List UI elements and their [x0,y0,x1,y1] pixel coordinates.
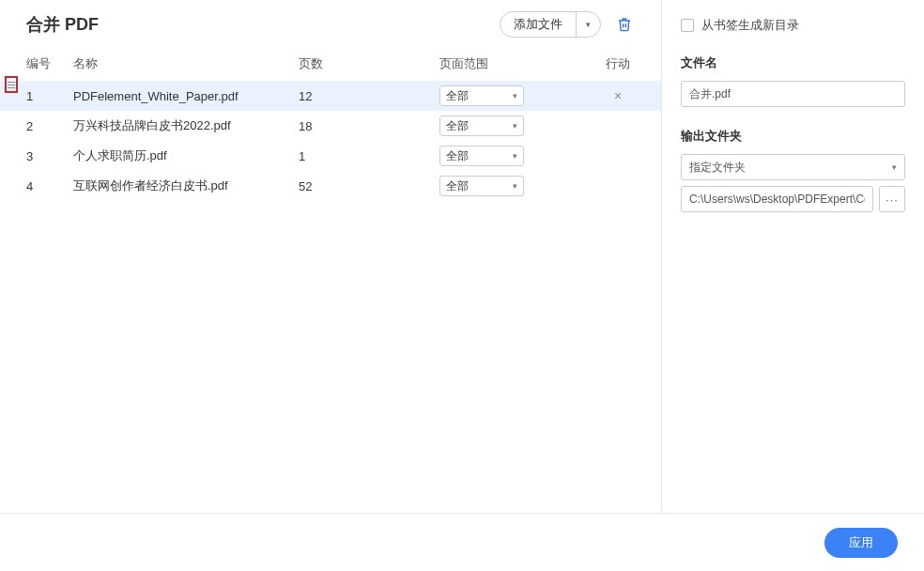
remove-row-button[interactable]: × [580,88,655,103]
table-row[interactable]: 3个人求职简历.pdf1全部▾ [0,141,661,171]
clear-all-button[interactable] [614,14,635,35]
col-name: 名称 [73,55,299,72]
output-path-input[interactable] [681,186,873,212]
row-number: 2 [26,119,73,133]
row-pages: 12 [299,89,439,103]
chevron-down-icon: ▾ [513,181,517,191]
output-folder-section-label: 输出文件夹 [681,128,905,145]
drag-handle-bar [8,87,15,88]
checkbox-icon [681,19,694,32]
page-range-value: 全部 [446,118,469,134]
page-range-value: 全部 [446,148,469,164]
page-range-select[interactable]: 全部▾ [439,146,524,166]
chevron-down-icon: ▾ [513,91,517,100]
col-number: 编号 [26,55,73,72]
drag-handle-bar [8,85,15,85]
output-mode-value: 指定文件夹 [689,160,746,176]
col-pages: 页数 [299,55,439,72]
col-range: 页面范围 [439,55,580,72]
row-filename: PDFelement_White_Paper.pdf [73,89,299,103]
filename-input[interactable] [681,81,905,107]
row-filename: 互联网创作者经济白皮书.pdf [73,177,299,194]
file-list-panel: 合并 PDF 添加文件 ▾ 编号 名称 页数 页面范围 行动 [0,0,661,513]
filename-section-label: 文件名 [681,54,905,71]
add-file-split-button[interactable]: 添加文件 ▾ [500,11,601,38]
row-number: 3 [26,149,73,163]
table-row[interactable]: 1PDFelement_White_Paper.pdf12全部▾× [0,81,661,111]
row-pages: 1 [299,149,439,163]
page-range-value: 全部 [446,88,469,104]
output-mode-select[interactable]: 指定文件夹 ▾ [681,154,905,180]
close-icon: × [614,88,622,103]
row-number: 4 [26,179,73,193]
row-filename: 个人求职简历.pdf [73,147,299,164]
row-pages: 52 [299,179,439,193]
add-file-caret[interactable]: ▾ [576,12,600,37]
ellipsis-icon: ··· [886,193,899,207]
table-row[interactable]: 4互联网创作者经济白皮书.pdf52全部▾ [0,171,661,201]
page-range-select[interactable]: 全部▾ [439,176,524,196]
page-range-select[interactable]: 全部▾ [439,116,524,136]
page-range-select[interactable]: 全部▾ [439,85,524,106]
row-number: 1 [26,89,73,103]
chevron-down-icon: ▾ [586,20,591,29]
table-row[interactable]: 2万兴科技品牌白皮书2022.pdf18全部▾ [0,111,661,141]
chevron-down-icon: ▾ [892,162,897,172]
trash-icon [617,17,632,32]
table-header-row: 编号 名称 页数 页面范围 行动 [0,47,661,81]
browse-folder-button[interactable]: ··· [879,186,905,212]
row-drag-handle[interactable] [5,76,18,93]
page-title: 合并 PDF [26,13,500,36]
page-range-value: 全部 [446,178,469,194]
generate-toc-checkbox[interactable]: 从书签生成新目录 [681,17,905,34]
apply-button[interactable]: 应用 [824,528,898,558]
chevron-down-icon: ▾ [513,151,517,161]
col-action: 行动 [580,55,655,72]
row-pages: 18 [299,119,439,133]
panel-header: 合并 PDF 添加文件 ▾ [0,11,661,47]
settings-panel: 从书签生成新目录 文件名 输出文件夹 指定文件夹 ▾ ··· [661,0,924,513]
add-file-button[interactable]: 添加文件 [500,12,576,37]
generate-toc-label: 从书签生成新目录 [701,17,799,34]
footer-bar: 应用 [0,513,924,571]
drag-handle-bar [8,82,15,83]
row-filename: 万兴科技品牌白皮书2022.pdf [73,117,299,134]
chevron-down-icon: ▾ [513,121,517,131]
